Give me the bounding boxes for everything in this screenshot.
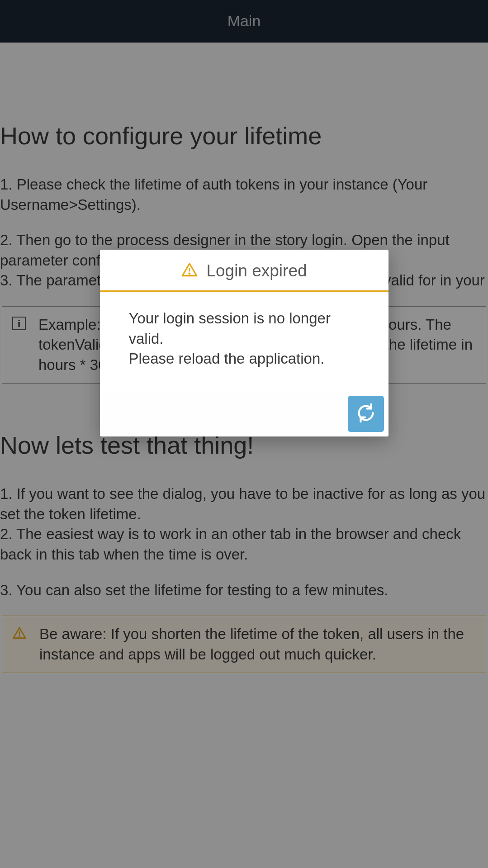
reload-button[interactable] (348, 396, 384, 432)
dialog-title: Login expired (206, 261, 307, 280)
svg-point-3 (189, 273, 190, 274)
refresh-icon (355, 403, 376, 425)
modal-overlay: Login expired Your login session is no l… (0, 0, 488, 868)
dialog-body-line1: Your login session is no longer valid. (129, 308, 360, 349)
dialog-header: Login expired (100, 250, 389, 292)
dialog-body-line2: Please reload the application. (129, 349, 360, 369)
login-expired-dialog: Login expired Your login session is no l… (100, 250, 389, 436)
dialog-body: Your login session is no longer valid. P… (100, 292, 389, 391)
dialog-footer (100, 391, 389, 436)
warning-icon (181, 261, 198, 280)
